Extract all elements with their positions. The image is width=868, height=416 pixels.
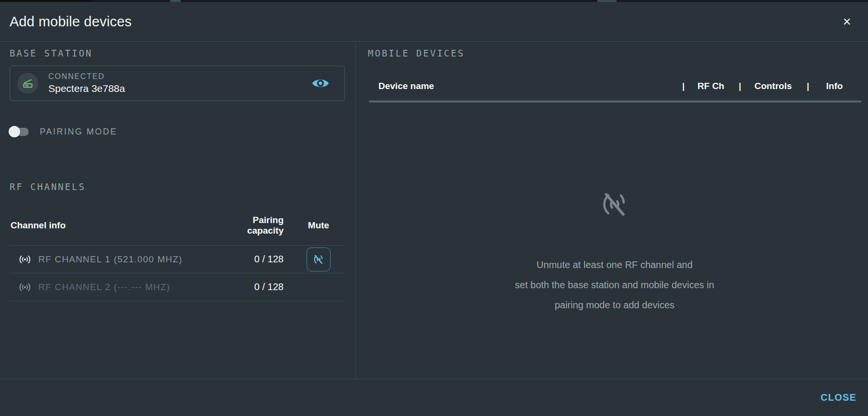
rf-channel-capacity: 0 / 128	[216, 254, 292, 265]
base-station-panel: BASE STATION CONNECTED Spectera 3e788a	[0, 42, 356, 379]
mute-toggle-button[interactable]	[307, 247, 331, 271]
base-station-card: CONNECTED Spectera 3e788a	[10, 66, 345, 101]
base-station-status: CONNECTED	[48, 72, 125, 81]
identify-device-button[interactable]	[311, 74, 330, 93]
rf-channel-label: RF CHANNEL 2 (---.--- MHZ)	[38, 282, 216, 292]
column-header-channel-info: Channel info	[10, 220, 216, 231]
column-header-device-name: Device name	[368, 81, 682, 91]
close-button[interactable]: CLOSE	[820, 388, 857, 407]
base-station-icon	[22, 77, 34, 90]
table-header-divider	[369, 101, 861, 102]
dialog-footer: CLOSE	[0, 379, 868, 416]
close-icon[interactable]: ×	[837, 12, 857, 31]
column-header-controls: Controls	[740, 81, 807, 91]
mobile-devices-panel: MOBILE DEVICES Device name | RF Ch | Con…	[356, 42, 868, 379]
empty-state-text: Unmute at least one RF channel and set b…	[515, 255, 714, 315]
rf-channel-label: RF CHANNEL 1 (521.000 MHZ)	[38, 254, 216, 265]
rf-broadcast-icon	[18, 255, 32, 264]
mobile-devices-empty-state: Unmute at least one RF channel and set b…	[368, 189, 861, 315]
rf-channels-heading: RF CHANNELS	[10, 181, 345, 192]
add-mobile-devices-dialog: Add mobile devices × BASE STATION	[0, 0, 868, 416]
empty-state-line: Unmute at least one RF channel and	[515, 255, 714, 275]
column-header-mute: Mute	[292, 220, 345, 231]
base-station-heading: BASE STATION	[10, 48, 345, 58]
base-station-avatar	[17, 73, 38, 94]
empty-state-line: pairing mode to add devices	[515, 295, 714, 315]
base-station-texts: CONNECTED Spectera 3e788a	[48, 72, 125, 94]
mobile-devices-table-header: Device name | RF Ch | Controls | Info	[368, 81, 861, 91]
rf-channel-capacity: 0 / 128	[216, 281, 292, 292]
rf-channel-mute-cell	[292, 247, 345, 271]
column-header-info: Info	[808, 81, 861, 91]
dialog: Add mobile devices × BASE STATION	[0, 2, 868, 416]
dialog-title: Add mobile devices	[10, 14, 132, 30]
base-station-name: Spectera 3e788a	[48, 83, 125, 94]
rf-off-icon	[599, 189, 630, 220]
mobile-devices-heading: MOBILE DEVICES	[368, 48, 861, 58]
empty-state-line: set both the base station and mobile dev…	[515, 275, 714, 295]
rf-channels-table: RF CHANNEL 1 (521.000 MHZ) 0 / 128	[10, 245, 345, 301]
rf-off-icon	[312, 253, 325, 266]
rf-channel-row-2: RF CHANNEL 2 (---.--- MHZ) 0 / 128	[10, 273, 345, 301]
dialog-header: Add mobile devices ×	[0, 2, 868, 42]
rf-channels-table-header: Channel info Pairing capacity Mute	[10, 215, 345, 245]
dialog-body: BASE STATION CONNECTED Spectera 3e788a	[0, 42, 868, 379]
pairing-mode-toggle[interactable]	[10, 128, 29, 136]
eye-icon	[311, 76, 330, 90]
column-header-pairing-capacity: Pairing capacity	[216, 215, 292, 236]
pairing-mode-label: PAIRING MODE	[40, 127, 117, 137]
pairing-mode-row: PAIRING MODE	[10, 124, 345, 139]
toggle-thumb	[9, 126, 20, 137]
column-header-rf-ch: RF Ch	[683, 81, 739, 91]
rf-broadcast-icon	[18, 283, 32, 292]
rf-channel-row-1: RF CHANNEL 1 (521.000 MHZ) 0 / 128	[10, 246, 345, 273]
